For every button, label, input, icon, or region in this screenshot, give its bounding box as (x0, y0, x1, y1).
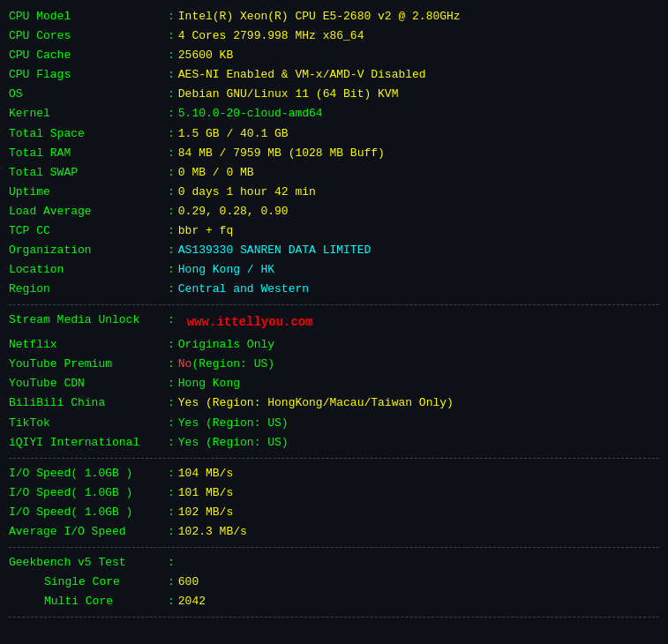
tiktok-label: TikTok (9, 414, 168, 433)
org-label: Organization (9, 241, 168, 260)
total-space-label: Total Space (9, 124, 168, 144)
avg-io-value: 102.3 MB/s (178, 522, 247, 542)
single-core-label: Single Core (9, 573, 168, 592)
multi-core-row: Multi Core : 2042 (9, 592, 659, 611)
divider-3 (9, 547, 659, 548)
media-section: Stream Media Unlock : www.ittellyou.com … (9, 311, 659, 452)
total-space-value: 1.5 GB / 40.1 GB (178, 124, 289, 144)
youtube-cdn-row: YouTube CDN : Hong Kong (9, 374, 659, 393)
youtube-cdn-value: Hong Kong (178, 374, 240, 393)
location-value: Hong Kong / HK (178, 260, 274, 280)
youtube-premium-label: YouTube Premium (9, 355, 168, 374)
io2-label: I/O Speed( 1.0GB ) (9, 483, 168, 503)
total-ram-value: 84 MB / 7959 MB (1028 MB Buff) (178, 144, 385, 163)
geekbench-section: Geekbench v5 Test : Single Core : 600 Mu… (9, 553, 659, 611)
divider-4 (9, 617, 659, 618)
io2-row: I/O Speed( 1.0GB ) : 101 MB/s (9, 483, 659, 503)
cpu-flags-row: CPU Flags : AES-NI Enabled & VM-x/AMD-V … (9, 65, 659, 85)
kernel-label: Kernel (9, 104, 168, 124)
load-avg-label: Load Average (9, 202, 168, 221)
multi-core-value: 2042 (178, 592, 206, 611)
tcp-cc-value: bbr + fq (178, 221, 233, 241)
cpu-cache-label: CPU Cache (9, 46, 168, 65)
total-space-row: Total Space : 1.5 GB / 40.1 GB (9, 124, 659, 144)
single-core-row: Single Core : 600 (9, 573, 659, 592)
load-avg-row: Load Average : 0.29, 0.28, 0.90 (9, 202, 659, 221)
org-row: Organization : AS139330 SANREN DATA LIMI… (9, 241, 659, 260)
youtube-premium-no: No (178, 355, 192, 374)
website-title: www.ittellyou.com (187, 312, 313, 333)
netflix-value: Originals Only (178, 335, 274, 355)
bilibili-label: BiliBili China (9, 393, 168, 413)
iqiyi-value: Yes (Region: US) (178, 433, 289, 453)
region-label: Region (9, 280, 168, 299)
io-section: I/O Speed( 1.0GB ) : 104 MB/s I/O Speed(… (9, 464, 659, 542)
cpu-model-row: CPU Model : Intel(R) Xeon(R) CPU E5-2680… (9, 7, 659, 26)
io3-value: 102 MB/s (178, 503, 233, 522)
cpu-flags-value: AES-NI Enabled & VM-x/AMD-V Disabled (178, 65, 426, 85)
cpu-cache-row: CPU Cache : 25600 KB (9, 46, 659, 65)
youtube-premium-region: (Region: US) (191, 355, 274, 374)
total-ram-row: Total RAM : 84 MB / 7959 MB (1028 MB Buf… (9, 144, 659, 163)
cpu-cores-value: 4 Cores 2799.998 MHz x86_64 (178, 26, 364, 46)
os-label: OS (9, 85, 168, 104)
tcp-cc-row: TCP CC : bbr + fq (9, 221, 659, 241)
iqiyi-label: iQIYI International (9, 433, 168, 453)
load-avg-value: 0.29, 0.28, 0.90 (178, 202, 289, 221)
total-swap-row: Total SWAP : 0 MB / 0 MB (9, 163, 659, 183)
tcp-cc-label: TCP CC (9, 221, 168, 241)
location-label: Location (9, 260, 168, 280)
geekbench-title-row: Geekbench v5 Test : (9, 553, 659, 573)
netflix-row: Netflix : Originals Only (9, 335, 659, 355)
bilibili-row: BiliBili China : Yes (Region: HongKong/M… (9, 393, 659, 413)
total-ram-label: Total RAM (9, 144, 168, 163)
cpu-cores-label: CPU Cores (9, 26, 168, 46)
region-row: Region : Central and Western (9, 280, 659, 299)
io1-value: 104 MB/s (178, 464, 233, 483)
kernel-row: Kernel : 5.10.0-20-cloud-amd64 (9, 104, 659, 124)
iqiyi-row: iQIYI International : Yes (Region: US) (9, 433, 659, 453)
stream-label: Stream Media Unlock (9, 311, 168, 335)
uptime-label: Uptime (9, 183, 168, 202)
uptime-row: Uptime : 0 days 1 hour 42 min (9, 183, 659, 202)
cpu-model-value: Intel(R) Xeon(R) CPU E5-2680 v2 @ 2.80GH… (178, 7, 461, 26)
cpu-model-label: CPU Model (9, 7, 168, 26)
region-value: Central and Western (178, 280, 309, 299)
io2-value: 101 MB/s (178, 483, 233, 503)
uptime-value: 0 days 1 hour 42 min (178, 183, 316, 202)
multi-core-label: Multi Core (9, 592, 168, 611)
org-value: AS139330 SANREN DATA LIMITED (178, 241, 371, 260)
divider-2 (9, 458, 659, 459)
single-core-value: 600 (178, 573, 199, 592)
cpu-flags-label: CPU Flags (9, 65, 168, 85)
kernel-value: 5.10.0-20-cloud-amd64 (178, 104, 323, 124)
io3-row: I/O Speed( 1.0GB ) : 102 MB/s (9, 503, 659, 522)
os-value: Debian GNU/Linux 11 (64 Bit) KVM (178, 85, 399, 104)
tiktok-value: Yes (Region: US) (178, 414, 289, 433)
tiktok-row: TikTok : Yes (Region: US) (9, 414, 659, 433)
stream-title-row: Stream Media Unlock : www.ittellyou.com (9, 311, 659, 335)
youtube-premium-row: YouTube Premium : No (Region: US) (9, 355, 659, 374)
netflix-label: Netflix (9, 335, 168, 355)
total-swap-label: Total SWAP (9, 163, 168, 183)
avg-io-label: Average I/O Speed (9, 522, 168, 542)
io1-row: I/O Speed( 1.0GB ) : 104 MB/s (9, 464, 659, 483)
divider-1 (9, 304, 659, 305)
cpu-cores-row: CPU Cores : 4 Cores 2799.998 MHz x86_64 (9, 26, 659, 46)
total-swap-value: 0 MB / 0 MB (178, 163, 254, 183)
avg-io-row: Average I/O Speed : 102.3 MB/s (9, 522, 659, 542)
youtube-cdn-label: YouTube CDN (9, 374, 168, 393)
cpu-cache-value: 25600 KB (178, 46, 233, 65)
io3-label: I/O Speed( 1.0GB ) (9, 503, 168, 522)
system-info-section: CPU Model : Intel(R) Xeon(R) CPU E5-2680… (9, 7, 659, 299)
geekbench-title-label: Geekbench v5 Test (9, 553, 168, 573)
location-row: Location : Hong Kong / HK (9, 260, 659, 280)
os-row: OS : Debian GNU/Linux 11 (64 Bit) KVM (9, 85, 659, 104)
io1-label: I/O Speed( 1.0GB ) (9, 464, 168, 483)
bilibili-value: Yes (Region: HongKong/Macau/Taiwan Only) (178, 393, 454, 413)
